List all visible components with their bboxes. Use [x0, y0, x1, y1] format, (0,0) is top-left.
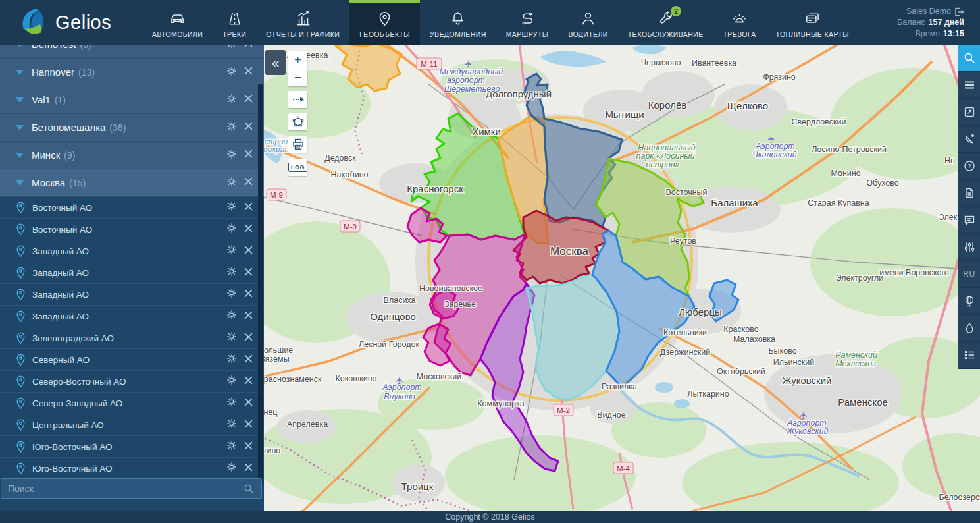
- gear-icon[interactable]: [226, 352, 238, 367]
- group-row[interactable]: Val1(1): [0, 86, 264, 114]
- nav-item-route[interactable]: МАРШРУТЫ: [496, 0, 559, 45]
- droplet-tool-button[interactable]: [958, 315, 980, 342]
- gear-icon[interactable]: [226, 148, 238, 163]
- geoobject-row[interactable]: Зеленоградский АО: [0, 327, 264, 349]
- satellite-tool-button[interactable]: [958, 126, 980, 153]
- globe-tool-button[interactable]: [958, 288, 980, 315]
- geoobject-row[interactable]: Западный АО: [0, 240, 264, 262]
- group-row[interactable]: Минск(9): [0, 142, 264, 169]
- close-icon[interactable]: [244, 223, 253, 236]
- geoobject-row[interactable]: Северо-Западный АО: [0, 393, 264, 414]
- list-tool-button[interactable]: [958, 342, 980, 369]
- nav-item-car[interactable]: АВТОМОБИЛИ: [142, 0, 213, 45]
- gear-icon[interactable]: [226, 121, 238, 135]
- close-icon[interactable]: [244, 267, 253, 279]
- search-tool-button[interactable]: [958, 45, 980, 72]
- language-button[interactable]: RU: [958, 261, 980, 288]
- gear-icon[interactable]: [226, 418, 238, 432]
- geoobject-row[interactable]: Восточный АО: [0, 197, 264, 219]
- expand-triangle-icon[interactable]: [16, 180, 24, 186]
- expand-triangle-icon[interactable]: [16, 70, 24, 75]
- gear-icon[interactable]: [226, 65, 238, 80]
- chat-tool-button[interactable]: [958, 207, 980, 234]
- expand-tool-button[interactable]: [958, 99, 980, 126]
- sidebar-scrollbar[interactable]: [258, 84, 263, 487]
- close-icon[interactable]: [244, 177, 253, 189]
- gear-icon[interactable]: [226, 222, 238, 236]
- gear-icon[interactable]: [226, 93, 238, 107]
- group-row[interactable]: Hannover(13): [0, 59, 264, 86]
- print-button[interactable]: [288, 136, 307, 153]
- close-icon[interactable]: [244, 462, 253, 475]
- document-tool-button[interactable]: [958, 180, 980, 207]
- gear-icon[interactable]: [226, 374, 238, 389]
- close-icon[interactable]: [244, 66, 253, 78]
- nav-item-chart[interactable]: ОТЧЕТЫ И ГРАФИКИ: [256, 0, 349, 45]
- logout-icon[interactable]: [954, 7, 964, 16]
- nav-item-pin[interactable]: ГЕООБЪЕКТЫ: [349, 0, 420, 45]
- menu-tool-button[interactable]: [958, 72, 980, 99]
- gear-icon[interactable]: [226, 439, 238, 454]
- help-tool-button[interactable]: ?: [958, 153, 980, 180]
- nav-item-road[interactable]: ТРЕКИ: [213, 0, 256, 45]
- geoobject-row[interactable]: Западный АО: [0, 262, 264, 284]
- measure-distance-button[interactable]: [288, 91, 307, 108]
- close-icon[interactable]: [244, 245, 253, 258]
- gear-icon[interactable]: [226, 309, 238, 323]
- gear-icon[interactable]: [226, 244, 238, 258]
- search-input[interactable]: [1, 483, 244, 494]
- geoobject-row[interactable]: Северо-Восточный АО: [0, 371, 264, 393]
- nav-item-bell[interactable]: УВЕДОМЛЕНИЯ: [420, 0, 496, 45]
- close-icon[interactable]: [244, 397, 253, 410]
- close-icon[interactable]: [244, 419, 253, 431]
- expand-triangle-icon[interactable]: [16, 125, 24, 130]
- collapse-sidebar-button[interactable]: «: [265, 50, 286, 75]
- filters-tool-button[interactable]: [958, 234, 980, 261]
- gear-icon[interactable]: [226, 45, 238, 52]
- close-icon[interactable]: [244, 45, 253, 51]
- expand-triangle-icon[interactable]: [16, 45, 24, 47]
- map[interactable]: ✈✈✈✈ МоскваДолгопрудныйКоролёвМытищиЩёлк…: [264, 45, 980, 511]
- gear-icon[interactable]: [226, 265, 238, 280]
- gear-icon[interactable]: [226, 396, 238, 410]
- expand-triangle-icon[interactable]: [16, 97, 24, 103]
- gear-icon[interactable]: [226, 200, 238, 215]
- gear-icon[interactable]: [226, 176, 238, 190]
- close-icon[interactable]: [244, 441, 253, 453]
- group-row[interactable]: Москва(15): [0, 169, 264, 197]
- zoom-out-button[interactable]: −: [288, 69, 307, 86]
- gear-icon[interactable]: [226, 461, 238, 476]
- geoobject-row[interactable]: Восточный АО: [0, 219, 264, 240]
- group-row[interactable]: Бетономешалка(36): [0, 114, 264, 142]
- gear-icon[interactable]: [226, 287, 238, 302]
- close-icon[interactable]: [244, 149, 253, 161]
- log-button[interactable]: LOG: [288, 159, 307, 176]
- geoobject-row[interactable]: Западный АО: [0, 306, 264, 327]
- close-icon[interactable]: [244, 289, 253, 301]
- close-icon[interactable]: [244, 121, 253, 134]
- search-icon[interactable]: [244, 483, 261, 493]
- geoobject-row[interactable]: Юго-Восточный АО: [0, 458, 264, 480]
- app-logo[interactable]: Gelios: [0, 0, 142, 45]
- nav-item-label: ТРЕКИ: [222, 30, 246, 38]
- close-icon[interactable]: [244, 375, 253, 388]
- geoobject-row[interactable]: Центральный АО: [0, 414, 264, 436]
- close-icon[interactable]: [244, 332, 253, 344]
- map-canvas[interactable]: ✈✈✈✈ МоскваДолгопрудныйКоролёвМытищиЩёлк…: [264, 45, 980, 511]
- close-icon[interactable]: [244, 354, 253, 366]
- draw-polygon-button[interactable]: [288, 113, 307, 130]
- close-icon[interactable]: [244, 310, 253, 323]
- geoobject-row[interactable]: Северный АО: [0, 349, 264, 371]
- group-row[interactable]: DemoTest(6): [0, 45, 264, 59]
- nav-item-driver[interactable]: ВОДИТЕЛИ: [558, 0, 617, 45]
- expand-triangle-icon[interactable]: [16, 153, 24, 158]
- nav-item-alarm[interactable]: ТРЕВОГА: [713, 0, 766, 45]
- nav-item-wrench[interactable]: ТЕХОБСЛУЖИВАНИЕ2: [618, 0, 713, 45]
- gear-icon[interactable]: [226, 331, 238, 345]
- geoobject-row[interactable]: Западный АО: [0, 284, 264, 306]
- close-icon[interactable]: [244, 202, 253, 214]
- zoom-in-button[interactable]: +: [288, 51, 307, 69]
- nav-item-cards[interactable]: ТОПЛИВНЫЕ КАРТЫ: [766, 0, 859, 45]
- close-icon[interactable]: [244, 94, 253, 106]
- geoobject-row[interactable]: Юго-Восточный АО: [0, 436, 264, 458]
